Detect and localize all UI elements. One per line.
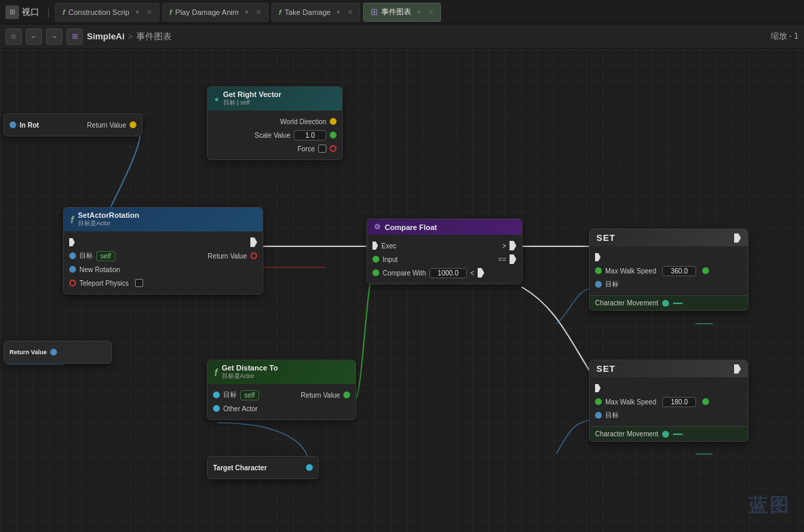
rv-pin[interactable]: [50, 349, 57, 356]
set-actor-rotation-node: f SetActorRotation 目标是Actor 目标 self Retu…: [63, 207, 263, 294]
gdt-title: Get Distance To: [222, 364, 278, 372]
cf-input-pin[interactable]: [372, 256, 379, 263]
sar-new-rot-pin[interactable]: [69, 266, 76, 273]
exec-in-pin[interactable]: [69, 238, 75, 246]
set1-exec-out[interactable]: [734, 233, 741, 243]
scale-value-pin[interactable]: [330, 132, 337, 138]
tab-close4[interactable]: ✕: [428, 8, 434, 16]
tab-take-damage[interactable]: f Take Damage ▾ ✕: [271, 3, 361, 22]
force-pin[interactable]: [330, 145, 337, 152]
set1-char-movement-pin[interactable]: [662, 300, 669, 307]
rv-label: Return Value: [9, 349, 47, 356]
tab-arrow4: ▾: [417, 8, 421, 16]
set2-char-movement-pin[interactable]: [662, 431, 669, 438]
bc-current: 事件图表: [136, 31, 172, 43]
cf-compare-pin[interactable]: [372, 269, 379, 276]
set2-exec-in[interactable]: [595, 384, 600, 392]
bc-project: SimpleAi: [87, 31, 125, 41]
set1-header: SET: [590, 229, 748, 246]
set1-body: Max Walk Speed 目标: [590, 246, 748, 295]
in-rot-node: In Rot Return Value: [3, 113, 142, 136]
cf-compare-input[interactable]: [429, 268, 467, 278]
tab-play-damage[interactable]: f Play Damage Anim ▾ ✕: [162, 3, 269, 22]
tab-arrow3: ▾: [337, 8, 340, 16]
set1-speed-input[interactable]: [662, 266, 696, 276]
star-button[interactable]: ☆: [5, 28, 22, 45]
tab-construction[interactable]: f Construction Scrip ▾ ✕: [55, 3, 159, 22]
tab-close2[interactable]: ✕: [256, 8, 261, 16]
forward-button[interactable]: →: [46, 28, 62, 45]
sar-teleport-row: Teleport Physics: [64, 276, 263, 290]
set1-speed-pin[interactable]: [595, 267, 602, 274]
top-bar: ⊞ 视口 | f Construction Scrip ▾ ✕ f Play D…: [0, 0, 804, 24]
cf-input-row: Input ==: [367, 252, 522, 266]
pin-row-in-rot: In Rot Return Value: [4, 118, 142, 132]
cf-body: Exec > Input == Compare With <: [367, 235, 522, 284]
blueprint-icon-btn: ⊞: [66, 28, 83, 45]
cf-title: Compare Float: [385, 223, 437, 231]
exec-out-pin[interactable]: [250, 238, 257, 247]
set2-target-pin[interactable]: [595, 412, 602, 419]
set1-target-pin[interactable]: [595, 281, 602, 288]
return-value-pin[interactable]: [130, 121, 136, 128]
gdt-other-pin[interactable]: [213, 405, 220, 412]
set2-body: Max Walk Speed 目标: [590, 377, 748, 426]
tab-arrow: ▾: [136, 8, 139, 16]
node-title: Get Right Vector: [223, 90, 282, 98]
set2-char-movement-label: Character Movement: [595, 430, 658, 438]
breadcrumb: SimpleAi > 事件图表: [87, 31, 172, 43]
world-direction-pin[interactable]: [330, 118, 337, 125]
tc-pin[interactable]: [306, 464, 313, 471]
cf-exec-lt-out[interactable]: [478, 268, 484, 278]
compare-float-node: ⚙ Compare Float Exec > Input ==: [366, 218, 522, 284]
pin-row-world-direction: World Direction: [208, 115, 342, 128]
cf-exec-row: Exec >: [367, 239, 522, 252]
set2-speed-out-pin[interactable]: [702, 398, 709, 405]
breadcrumb-bar: ☆ ← → ⊞ SimpleAi > 事件图表 缩放 - 1: [0, 24, 804, 49]
zoom-level: 缩放 - 1: [771, 31, 799, 42]
sar-new-rot-row: New Rotation: [64, 263, 263, 276]
rv-row: Return Value: [4, 345, 111, 359]
back-button[interactable]: ←: [26, 28, 42, 45]
force-checkbox[interactable]: [318, 145, 326, 153]
set2-header: SET: [590, 360, 748, 377]
sar-return-pin[interactable]: [250, 252, 257, 259]
set1-speed-out-pin[interactable]: [702, 267, 709, 274]
gdt-return-pin[interactable]: [343, 392, 350, 398]
set2-exec-out[interactable]: [734, 364, 741, 374]
tab-close[interactable]: ✕: [147, 8, 152, 16]
cf-exec-in[interactable]: [372, 242, 378, 250]
node-header: ● Get Right Vector 目标 | self: [208, 87, 342, 111]
set2-exec-row: [590, 381, 748, 395]
cf-exec-gt-out[interactable]: [510, 241, 516, 250]
sar-body: 目标 self Return Value New Rotation Telepo…: [64, 231, 263, 294]
set2-speed-input[interactable]: [662, 397, 696, 407]
node-body: World Direction Scale Value Force: [208, 111, 342, 159]
set2-speed-pin[interactable]: [595, 398, 602, 405]
tab-event-graph[interactable]: ⊞ 事件图表 ▾ ✕: [363, 3, 441, 22]
set1-exec-in[interactable]: [595, 253, 600, 261]
sar-teleport-pin[interactable]: [69, 280, 76, 286]
sar-exec-in: [64, 235, 263, 249]
in-rot-pin[interactable]: [9, 121, 16, 128]
window-title: 视口: [22, 6, 39, 18]
sar-title: SetActorRotation: [78, 211, 139, 219]
pin-row-scale-value: Scale Value: [208, 128, 342, 142]
blueprint-canvas[interactable]: ● Get Right Vector 目标 | self World Direc…: [0, 49, 804, 532]
sar-target-pin[interactable]: [69, 252, 76, 259]
set1-exec-row: [590, 250, 748, 264]
gdt-target-pin[interactable]: [213, 392, 220, 398]
set1-speed-row: Max Walk Speed: [590, 264, 748, 278]
cf-compare-row: Compare With <: [367, 266, 522, 280]
set1-char-movement-label: Character Movement: [595, 299, 658, 307]
scale-value-input[interactable]: [294, 130, 326, 140]
return-value-node: Return Value: [3, 341, 112, 364]
rv-body: Return Value: [4, 341, 111, 363]
window-icon: ⊞: [5, 5, 19, 19]
gdt-body: 目标 self Return Value Other Actor: [208, 384, 356, 419]
get-right-vector-node: ● Get Right Vector 目标 | self World Direc…: [207, 86, 343, 160]
tab-close3[interactable]: ✕: [347, 8, 353, 16]
teleport-checkbox[interactable]: [135, 279, 143, 287]
cf-exec-eq-out[interactable]: [510, 254, 516, 264]
set1-node: SET Max Walk Speed 目标 Character Moveme: [589, 229, 748, 311]
